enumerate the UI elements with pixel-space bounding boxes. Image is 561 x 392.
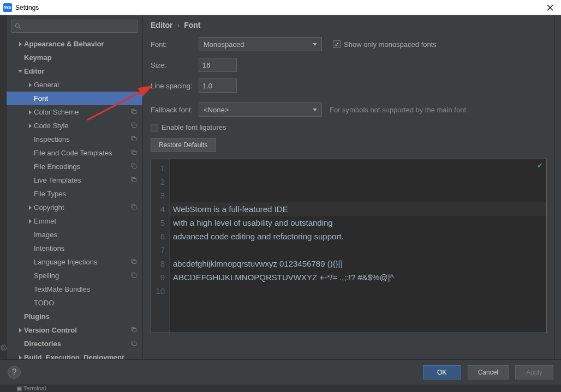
terminal-tool-button[interactable]: ▣ Terminal bbox=[16, 385, 46, 392]
scheme-scope-icon bbox=[130, 176, 137, 184]
tree-item-label: Plugins bbox=[24, 312, 50, 321]
tree-item-plugins[interactable]: Plugins bbox=[7, 310, 142, 323]
tree-item-editor[interactable]: Editor bbox=[7, 64, 142, 78]
tree-item-label: Spelling bbox=[34, 272, 59, 280]
cancel-button[interactable]: Cancel bbox=[468, 365, 509, 379]
scheme-scope-icon bbox=[130, 122, 137, 130]
breadcrumb: Editor › Font bbox=[143, 15, 554, 35]
chevron-right-icon bbox=[26, 83, 34, 87]
svg-rect-15 bbox=[133, 179, 136, 182]
ligatures-label: Enable font ligatures bbox=[162, 123, 226, 131]
tree-item-appearance-behavior[interactable]: Appearance & Behavior bbox=[7, 37, 142, 51]
help-button[interactable]: ? bbox=[8, 366, 21, 379]
size-label: Size: bbox=[151, 61, 199, 69]
ok-button[interactable]: OK bbox=[423, 365, 461, 379]
close-button[interactable] bbox=[542, 0, 558, 15]
tree-item-file-types[interactable]: File Types bbox=[7, 187, 142, 201]
tree-item-intentions[interactable]: Intentions bbox=[7, 242, 142, 255]
linespacing-label: Line spacing: bbox=[151, 82, 199, 90]
fallback-label: Fallback font: bbox=[151, 106, 199, 114]
tree-item-label: File and Code Templates bbox=[34, 149, 112, 157]
chevron-right-icon bbox=[16, 42, 24, 46]
linespacing-input[interactable] bbox=[199, 79, 237, 93]
svg-rect-25 bbox=[133, 342, 136, 346]
breadcrumb-root: Editor bbox=[151, 21, 172, 29]
tree-item-label: File Encodings bbox=[34, 162, 80, 171]
tree-item-images[interactable]: Images bbox=[7, 228, 142, 242]
tree-item-label: Keymap bbox=[24, 53, 52, 62]
show-monospaced-checkbox[interactable] bbox=[333, 40, 341, 48]
tree-item-label: Appearance & Behavior bbox=[24, 40, 104, 48]
tree-item-directories[interactable]: Directories bbox=[7, 337, 142, 351]
svg-point-2 bbox=[16, 24, 20, 28]
chevron-right-icon bbox=[16, 328, 24, 333]
fallback-hint: For symbols not supported by the main fo… bbox=[330, 106, 466, 114]
preview-gutter: 12345678910 bbox=[151, 159, 170, 333]
tree-item-label: Intentions bbox=[34, 244, 64, 252]
statusbar-fragment: ▣ Terminal bbox=[0, 384, 561, 392]
settings-main: Editor › Font Font: Monospaced Show only… bbox=[143, 15, 554, 359]
tree-item-label: Inspections bbox=[34, 135, 70, 143]
tree-item-label: TextMate Bundles bbox=[34, 285, 90, 293]
font-combo[interactable]: Monospaced bbox=[199, 37, 322, 51]
chevron-down-icon bbox=[313, 108, 317, 111]
tree-item-code-style[interactable]: Code Style bbox=[7, 119, 142, 132]
svg-rect-9 bbox=[133, 138, 136, 141]
svg-rect-5 bbox=[133, 111, 136, 114]
preview-line: advanced code editing and refactoring su… bbox=[173, 230, 546, 243]
preview-code: WebStorm is a full-featured IDEwith a hi… bbox=[170, 159, 546, 333]
tree-item-version-control[interactable]: Version Control bbox=[7, 323, 142, 337]
size-input[interactable] bbox=[199, 58, 237, 72]
tree-item-general[interactable]: General bbox=[7, 78, 142, 92]
preview-line: ABCDEFGHIJKLMNOPQRSTUVWXYZ +-*/= .,;:!? … bbox=[173, 270, 546, 284]
tree-item-label: Build, Execution, Deployment bbox=[24, 353, 124, 359]
tree-item-label: TODO bbox=[34, 299, 54, 307]
scheme-scope-icon bbox=[130, 135, 137, 143]
chevron-down-icon bbox=[313, 43, 317, 46]
tree-item-emmet[interactable]: Emmet bbox=[7, 214, 142, 228]
app-icon: WS bbox=[3, 3, 12, 12]
tree-item-label: Code Style bbox=[34, 122, 69, 130]
search-input[interactable] bbox=[11, 20, 138, 33]
preview-line bbox=[173, 298, 546, 311]
window-title: Settings bbox=[15, 4, 542, 11]
apply-button[interactable]: Apply bbox=[515, 365, 553, 379]
tree-item-color-scheme[interactable]: Color Scheme bbox=[7, 105, 142, 119]
tree-item-font[interactable]: Font bbox=[7, 92, 142, 105]
svg-rect-13 bbox=[133, 165, 136, 168]
fallback-combo[interactable]: <None> bbox=[199, 102, 322, 117]
scheme-scope-icon bbox=[130, 258, 137, 266]
tree-item-label: Directories bbox=[24, 340, 61, 348]
preview-line: abcdefghijklmnopqrstuvwxyz 0123456789 ()… bbox=[173, 257, 546, 270]
preview-line: with a high level of usability and outst… bbox=[173, 216, 546, 230]
search-field[interactable] bbox=[23, 22, 134, 30]
tree-item-textmate-bundles[interactable]: TextMate Bundles bbox=[7, 282, 142, 296]
chevron-right-icon bbox=[26, 110, 34, 114]
chevron-right-icon bbox=[26, 219, 34, 224]
tree-item-inspections[interactable]: Inspections bbox=[7, 132, 142, 146]
settings-sidebar: Appearance & BehaviorKeymapEditorGeneral… bbox=[7, 15, 143, 359]
ligatures-checkbox[interactable] bbox=[151, 124, 158, 131]
chevron-right-icon bbox=[16, 355, 24, 360]
tree-item-spelling[interactable]: Spelling bbox=[7, 269, 142, 282]
preview-line bbox=[173, 311, 546, 325]
inspection-ok-icon: ✔ bbox=[537, 161, 543, 170]
tree-item-file-encodings[interactable]: File Encodings bbox=[7, 160, 142, 173]
restore-defaults-button[interactable]: Restore Defaults bbox=[151, 138, 216, 152]
tree-item-build-execution-deployment[interactable]: Build, Execution, Deployment bbox=[7, 351, 142, 359]
tree-item-label: File Types bbox=[34, 190, 66, 198]
tree-item-label: Language Injections bbox=[34, 258, 97, 266]
show-monospaced-label: Show only monospaced fonts bbox=[344, 40, 437, 49]
svg-rect-23 bbox=[133, 329, 136, 332]
tree-item-language-injections[interactable]: Language Injections bbox=[7, 255, 142, 269]
svg-rect-21 bbox=[133, 274, 136, 278]
tree-item-file-and-code-templates[interactable]: File and Code Templates bbox=[7, 146, 142, 160]
tree-item-todo[interactable]: TODO bbox=[7, 296, 142, 310]
settings-tree[interactable]: Appearance & BehaviorKeymapEditorGeneral… bbox=[7, 35, 142, 359]
font-preview[interactable]: 12345678910 WebStorm is a full-featured … bbox=[151, 159, 547, 333]
tree-item-live-templates[interactable]: Live Templates bbox=[7, 173, 142, 187]
fallback-combo-value: <None> bbox=[204, 106, 229, 114]
preview-line bbox=[173, 284, 546, 298]
tree-item-copyright[interactable]: Copyright bbox=[7, 201, 142, 214]
tree-item-keymap[interactable]: Keymap bbox=[7, 51, 142, 64]
